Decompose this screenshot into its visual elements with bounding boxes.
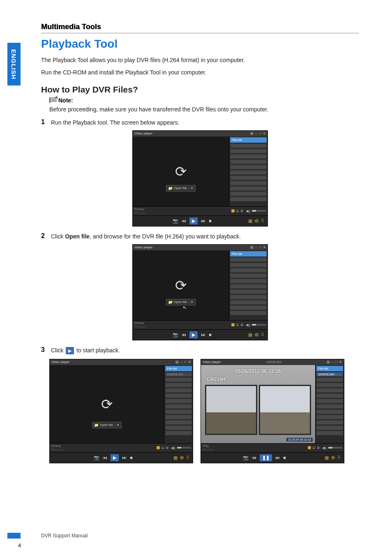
stop-button[interactable]: ■ — [283, 455, 286, 460]
list-item[interactable] — [165, 431, 192, 435]
list-item[interactable] — [230, 311, 267, 315]
list-item[interactable] — [316, 383, 343, 387]
list-item[interactable] — [230, 186, 267, 191]
stack-icon[interactable]: ▤ — [250, 132, 254, 135]
dropdown-caret-icon[interactable]: ▾ — [115, 423, 119, 427]
zoom-out-button[interactable]: – — [312, 446, 316, 450]
dropdown-caret-icon[interactable]: ▾ — [189, 186, 193, 190]
volume-icon[interactable]: ◀)) — [246, 323, 250, 327]
settings-button[interactable]: ✿ — [255, 332, 258, 338]
list-item[interactable] — [165, 377, 192, 382]
list-item[interactable] — [165, 393, 192, 398]
list-item[interactable] — [230, 295, 267, 299]
zoom-out-button[interactable]: – — [161, 446, 165, 450]
list-item[interactable] — [230, 170, 267, 175]
next-button[interactable]: ⏭ — [122, 455, 127, 460]
zoom-out-button[interactable]: – — [235, 209, 240, 213]
open-file-button[interactable]: 📁 Open file ▾ — [166, 299, 196, 305]
minimize-icon[interactable]: – — [331, 361, 334, 364]
volume-icon[interactable]: ◀)) — [246, 209, 250, 213]
play-button[interactable]: ▶ — [189, 217, 198, 224]
list-item[interactable] — [316, 393, 343, 398]
list-item[interactable] — [230, 192, 267, 196]
list-item[interactable] — [230, 284, 267, 289]
minimize-icon[interactable]: – — [180, 361, 183, 364]
list-item[interactable] — [230, 268, 267, 273]
list-item[interactable] — [316, 431, 343, 435]
settings-button[interactable]: ✿ — [331, 455, 335, 460]
list-item[interactable] — [230, 289, 267, 294]
extras-button[interactable]: ⠿ — [337, 455, 341, 460]
list-item[interactable] — [316, 404, 343, 409]
extras-button[interactable]: ⠿ — [186, 455, 189, 460]
snapshot-button[interactable]: 📷 — [94, 455, 99, 460]
extras-button[interactable]: ⠿ — [261, 332, 264, 338]
list-item[interactable] — [230, 154, 267, 159]
stop-button[interactable]: ■ — [209, 332, 212, 337]
grid-view-button[interactable]: ▦ — [173, 455, 178, 460]
list-item[interactable] — [230, 165, 267, 169]
list-item[interactable] — [230, 305, 267, 310]
zoom-fit-button[interactable]: ▪ — [240, 209, 244, 213]
zoom-in-button[interactable]: + — [307, 446, 311, 450]
settings-button[interactable]: ✿ — [180, 455, 184, 460]
snapshot-button[interactable]: 📷 — [173, 332, 178, 338]
list-item[interactable] — [230, 273, 267, 278]
stack-icon[interactable]: ▤ — [175, 361, 179, 364]
zoom-fit-button[interactable]: ▪ — [165, 446, 169, 450]
prev-button[interactable]: ⏮ — [182, 218, 186, 223]
list-item[interactable] — [230, 279, 267, 283]
zoom-in-button[interactable]: + — [231, 209, 235, 213]
open-file-button[interactable]: 📁 Open file ▾ — [166, 185, 196, 192]
list-item[interactable]: 10-8410.264 — [316, 372, 343, 377]
minimize-icon[interactable]: – — [254, 246, 258, 249]
volume-slider[interactable] — [177, 447, 191, 449]
list-item[interactable] — [230, 143, 267, 148]
next-button[interactable]: ⏭ — [201, 332, 205, 337]
list-item[interactable]: 10-8410.264 — [165, 372, 192, 377]
volume-icon[interactable]: ◀)) — [322, 446, 327, 450]
volume-icon[interactable]: ◀)) — [171, 446, 175, 450]
list-item[interactable] — [165, 404, 192, 409]
prev-button[interactable]: ⏮ — [182, 332, 186, 337]
list-item[interactable] — [230, 197, 267, 201]
maximize-icon[interactable]: □ — [258, 132, 262, 135]
zoom-fit-button[interactable]: ▪ — [316, 446, 321, 450]
settings-button[interactable]: ✿ — [255, 218, 258, 224]
list-item[interactable] — [230, 300, 267, 305]
list-item[interactable] — [316, 420, 343, 425]
snapshot-button[interactable]: 📷 — [243, 455, 249, 460]
dropdown-caret-icon[interactable]: ▾ — [189, 300, 193, 304]
maximize-icon[interactable]: □ — [335, 361, 338, 364]
zoom-fit-button[interactable]: ▪ — [240, 323, 244, 327]
list-item[interactable] — [230, 149, 267, 153]
extras-button[interactable]: ⠿ — [261, 218, 264, 224]
grid-view-button[interactable]: ▦ — [325, 455, 329, 460]
stop-button[interactable]: ■ — [209, 218, 212, 223]
close-icon[interactable]: ✕ — [188, 361, 191, 364]
list-item[interactable] — [230, 181, 267, 185]
prev-button[interactable]: ⏮ — [103, 455, 107, 460]
list-item[interactable] — [316, 377, 343, 382]
stack-icon[interactable]: ▤ — [327, 361, 330, 364]
list-item[interactable] — [316, 399, 343, 403]
play-button[interactable]: ▶ — [111, 454, 119, 461]
list-item[interactable] — [316, 415, 343, 419]
list-item[interactable] — [230, 257, 267, 262]
list-item[interactable] — [165, 409, 192, 414]
list-item[interactable] — [165, 383, 192, 387]
zoom-in-button[interactable]: + — [156, 446, 160, 450]
grid-view-button[interactable]: ▦ — [248, 332, 252, 338]
list-item[interactable] — [316, 388, 343, 393]
volume-slider[interactable] — [328, 447, 342, 449]
list-item[interactable] — [316, 426, 343, 430]
list-item[interactable] — [165, 399, 192, 403]
prev-button[interactable]: ⏮ — [252, 455, 256, 460]
list-item[interactable] — [230, 263, 267, 267]
pause-button[interactable]: ❚❚ — [260, 454, 272, 461]
close-icon[interactable]: ✕ — [263, 246, 266, 249]
snapshot-button[interactable]: 📷 — [173, 218, 178, 224]
list-item[interactable] — [165, 426, 192, 430]
play-button[interactable]: ▶ — [189, 331, 198, 338]
close-icon[interactable]: ✕ — [263, 132, 266, 135]
